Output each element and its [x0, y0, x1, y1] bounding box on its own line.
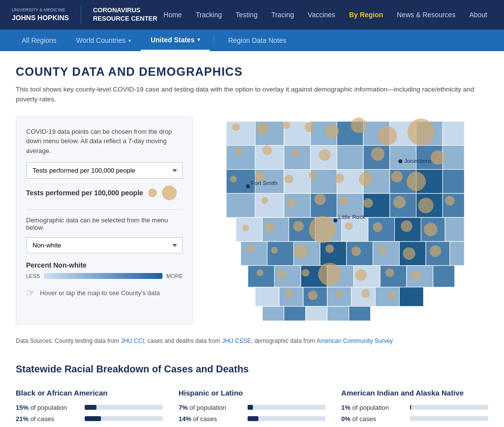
svg-point-113	[403, 247, 415, 259]
crc-line1: CORONAVIRUS	[93, 6, 158, 15]
svg-point-118	[271, 246, 278, 253]
header: UNIVERSITY & MEDICINE JOHNS HOPKINS CORO…	[0, 0, 504, 30]
main-content: COUNTY DATA AND DEMOGRAPHICS This tool s…	[0, 51, 504, 427]
section-divider	[26, 209, 183, 210]
jhu-logo: UNIVERSITY & MEDICINE JOHNS HOPKINS	[12, 7, 69, 22]
nav-tracking[interactable]: Tracking	[191, 7, 227, 23]
svg-point-93	[284, 175, 293, 183]
svg-point-119	[247, 244, 254, 252]
subnav-all-regions-label: All Regions	[22, 36, 57, 44]
svg-point-100	[340, 196, 348, 205]
svg-point-88	[407, 172, 426, 191]
cci-link[interactable]: JHU CCI	[121, 337, 144, 344]
stat-row-hispanic-population: 7% of population	[179, 404, 326, 411]
svg-point-77	[325, 124, 339, 137]
svg-rect-68	[399, 287, 423, 306]
tap-icon: ☞	[26, 287, 35, 299]
svg-point-122	[355, 269, 367, 280]
logo-divider	[81, 6, 81, 24]
racial-group-hispanic-title: Hispanic or Latino	[179, 389, 326, 397]
svg-point-103	[261, 197, 268, 204]
csse-link[interactable]: JHU CSSE	[222, 337, 251, 344]
svg-rect-70	[284, 306, 306, 320]
stat-label-native-pop: 1% of population	[341, 404, 405, 411]
svg-point-98	[393, 196, 406, 208]
stat-row-hispanic-cases: 14% of cases	[179, 415, 326, 423]
svg-rect-26	[442, 169, 464, 193]
jhu-sub-text: UNIVERSITY & MEDICINE	[12, 7, 69, 13]
svg-rect-71	[306, 306, 327, 320]
stat-label-black-pop: 15% of population	[16, 404, 80, 411]
svg-rect-8	[442, 121, 464, 145]
subnav-region-data-notes-label: Region Data Notes	[228, 36, 286, 44]
svg-point-129	[336, 291, 343, 298]
nav-by-region[interactable]: By Region	[344, 7, 388, 23]
stat-bar-fill-black-cases	[85, 416, 101, 421]
stat-bar-bg-hispanic-cases	[248, 416, 326, 421]
racial-breakdown-grid: Black or African American 15% of populat…	[16, 389, 488, 427]
svg-rect-46	[267, 241, 294, 265]
subnav-united-states[interactable]: United States ▾	[141, 30, 210, 51]
data-sources-text-cci-before: Data Sources: County testing data from	[16, 337, 121, 344]
svg-rect-0	[226, 121, 255, 145]
stat-label-hispanic-cases: 14% of cases	[179, 415, 243, 423]
svg-point-128	[361, 289, 370, 298]
stat-bar-bg-hispanic-pop	[248, 405, 326, 410]
svg-point-109	[293, 220, 304, 231]
chevron-down-icon: ▾	[128, 38, 131, 43]
demo-metric-label: Percent Non-white	[26, 261, 183, 269]
page-description: This tool shows key county-level COVID-1…	[16, 85, 488, 105]
svg-point-102	[287, 199, 295, 207]
acs-link[interactable]: American Community Survey	[316, 337, 393, 344]
stat-row-black-cases: 21% of cases	[16, 415, 163, 423]
stat-row-black-population: 15% of population	[16, 404, 163, 411]
svg-rect-35	[442, 193, 464, 217]
svg-rect-17	[442, 145, 464, 169]
svg-rect-27	[226, 193, 255, 217]
bubble-large-icon	[162, 185, 177, 200]
subnav-region-data-notes[interactable]: Region Data Notes	[218, 30, 296, 51]
svg-rect-13	[337, 145, 363, 169]
sub-nav: All Regions World Countries ▾ United Sta…	[0, 30, 504, 51]
nav-news-resources[interactable]: News & Resources	[392, 7, 460, 23]
stat-bar-fill-native-pop	[410, 405, 411, 410]
stat-row-native-cases: 0% of cases	[341, 415, 488, 423]
svg-rect-72	[327, 306, 349, 320]
svg-point-124	[302, 269, 310, 276]
svg-point-117	[294, 244, 308, 257]
svg-rect-53	[450, 241, 464, 265]
demo-metric-dropdown[interactable]: Non-white Black or African American Hisp…	[26, 237, 183, 253]
stat-bar-bg-native-pop	[410, 405, 488, 410]
stat-label-hispanic-pop: 7% of population	[179, 404, 243, 411]
hover-hint-text: Hover or tap the map to see County's dat…	[40, 289, 160, 297]
nav-home[interactable]: Home	[158, 7, 187, 23]
subnav-united-states-label: United States	[151, 36, 194, 44]
crc-line2: RESOURCE CENTER	[93, 15, 158, 23]
svg-rect-29	[284, 193, 311, 217]
svg-point-115	[351, 246, 361, 256]
legend-gradient	[44, 273, 162, 279]
nav-vaccines[interactable]: Vaccines	[303, 7, 340, 23]
svg-point-123	[318, 262, 341, 285]
svg-point-80	[256, 122, 268, 134]
subnav-world-countries-label: World Countries	[76, 36, 126, 44]
legend-less-label: LESS	[26, 273, 40, 279]
nav-testing[interactable]: Testing	[231, 7, 262, 23]
subnav-world-countries[interactable]: World Countries ▾	[66, 30, 141, 51]
svg-point-127	[388, 291, 396, 299]
subnav-all-regions[interactable]: All Regions	[12, 30, 66, 51]
data-metric-dropdown[interactable]: Tests performed per 100,000 people Cases…	[26, 162, 183, 179]
svg-rect-73	[349, 306, 371, 320]
nav-tracing[interactable]: Tracing	[266, 7, 299, 23]
nav-about[interactable]: About	[464, 7, 492, 23]
svg-point-101	[315, 193, 326, 205]
svg-point-130	[308, 290, 318, 300]
data-sources-text-after-csse: ; demographic data from	[251, 337, 316, 344]
arkansas-map[interactable]: .county { stroke: #fff; stroke-width: 1;…	[205, 117, 488, 323]
svg-point-85	[292, 149, 300, 156]
page-title: COUNTY DATA AND DEMOGRAPHICS	[16, 65, 488, 79]
jhu-main-text: JOHNS HOPKINS	[12, 13, 69, 22]
svg-point-112	[430, 245, 441, 256]
map-container[interactable]: .county { stroke: #fff; stroke-width: 1;…	[205, 117, 488, 325]
stat-bar-bg-black-cases	[85, 416, 163, 421]
